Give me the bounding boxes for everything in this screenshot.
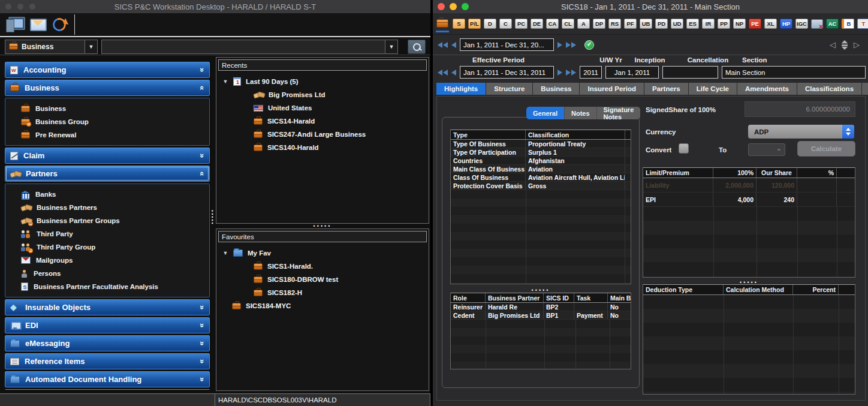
- sidebar-section-partial[interactable]: [5, 389, 210, 390]
- tree-group-last-90-days[interactable]: ▼Last 90 Days (5): [216, 75, 429, 88]
- toolbar-icon-pd[interactable]: PD: [655, 19, 668, 29]
- sort-control[interactable]: [842, 40, 848, 50]
- tree-item[interactable]: SICS1-Harald.: [216, 260, 429, 273]
- table-row[interactable]: CountriesAfghanistan: [451, 157, 631, 165]
- sidebar-section-accounting[interactable]: Accounting: [5, 62, 210, 78]
- close-button[interactable]: [5, 3, 12, 10]
- sidebar-item-banks[interactable]: Banks: [5, 188, 209, 201]
- toolbar-icon-cl[interactable]: CL: [562, 19, 574, 29]
- column-header[interactable]: Business Partner: [486, 293, 544, 302]
- table-row[interactable]: ReinsurerHarald ReBP2No: [451, 303, 631, 311]
- expand-triangle-icon[interactable]: ▼: [222, 250, 228, 256]
- column-header[interactable]: Our Share: [757, 168, 797, 178]
- column-header[interactable]: Type: [451, 130, 526, 139]
- tree-item[interactable]: SICS247-Andi Large Business: [216, 128, 429, 141]
- next-record-button[interactable]: ▷: [854, 40, 860, 49]
- calculate-button[interactable]: Calculate: [797, 141, 855, 157]
- first-effective-button[interactable]: [438, 70, 448, 76]
- chevron-down-icon[interactable]: [200, 152, 204, 160]
- tree-group-my-fav[interactable]: ▼My Fav: [216, 246, 429, 260]
- column-header[interactable]: Limit/Premium: [643, 168, 713, 178]
- toolbar-icon-dp[interactable]: DP: [593, 19, 605, 29]
- sidebar-section-insurable-objects[interactable]: Insurable Objects: [5, 299, 210, 315]
- subtab-notes[interactable]: Notes: [565, 107, 597, 119]
- sidebar-section-automated-document-handling[interactable]: Automated Document Handling: [5, 371, 210, 387]
- column-header[interactable]: Classification: [526, 130, 625, 139]
- inception-field[interactable]: Jan 1, 2011: [605, 66, 659, 79]
- currency-select[interactable]: ADP: [748, 125, 854, 139]
- convert-checkbox[interactable]: [679, 143, 689, 154]
- column-header[interactable]: Task: [574, 293, 608, 302]
- tab-partners[interactable]: Partners: [644, 83, 689, 95]
- expand-triangle-icon[interactable]: ▼: [222, 79, 228, 85]
- column-header[interactable]: %: [797, 168, 837, 178]
- sidebar-item-persons[interactable]: Persons: [5, 267, 209, 280]
- last-effective-button[interactable]: [566, 70, 576, 76]
- previous-record-button[interactable]: ◁: [830, 40, 836, 49]
- period-field[interactable]: Jan 1, 2011 - Dec 31, 20...: [460, 38, 554, 51]
- toolbar-icon-es[interactable]: ES: [686, 19, 699, 29]
- workstation-icon[interactable]: [6, 17, 24, 32]
- previous-effective-button[interactable]: [451, 70, 456, 76]
- tab-statistics[interactable]: Statistics: [862, 83, 868, 95]
- sidebar-section-emessaging[interactable]: eMessaging: [5, 335, 210, 351]
- previous-period-button[interactable]: [451, 42, 456, 48]
- sidebar-item-mailgroups[interactable]: Mailgroups: [5, 254, 209, 267]
- toolbar-icon-a[interactable]: A: [577, 19, 590, 29]
- sidebar-item-business-partners[interactable]: Business Partners: [5, 201, 209, 214]
- chevron-down-icon[interactable]: [200, 375, 204, 383]
- remove-user-icon[interactable]: [811, 19, 823, 29]
- signed-share-field[interactable]: 6.0000000000: [745, 101, 855, 117]
- chevron-down-icon[interactable]: [200, 303, 204, 311]
- search-category-combo[interactable]: Business: [5, 40, 98, 54]
- toolbar-icon-pp[interactable]: PP: [718, 19, 730, 29]
- toolbar-icon-ac[interactable]: AC: [826, 19, 839, 29]
- subtab-general[interactable]: General: [526, 107, 565, 119]
- tab-classifications[interactable]: Classifications: [797, 83, 862, 95]
- chevron-up-icon[interactable]: [200, 170, 204, 178]
- column-header[interactable]: SICS ID: [544, 293, 574, 302]
- to-currency-select[interactable]: [748, 143, 785, 156]
- table-row[interactable]: Class Of BusinessAviation Aircraft Hull,…: [451, 173, 631, 182]
- tree-item[interactable]: SICS182-H: [216, 286, 429, 299]
- chevron-up-icon[interactable]: [200, 84, 204, 92]
- column-header[interactable]: Main Ba: [608, 293, 631, 302]
- toolbar-icon-book-b[interactable]: B: [842, 19, 854, 29]
- chevron-down-icon[interactable]: [200, 66, 204, 74]
- category-dropdown-button[interactable]: [85, 40, 97, 53]
- sidebar-item-business[interactable]: Business: [5, 102, 209, 115]
- sidebar-item-business-partner-groups[interactable]: GBusiness Partner Groups: [5, 214, 209, 227]
- toolbar-icon-c[interactable]: C: [499, 19, 512, 29]
- tree-item[interactable]: SICS140-Harald: [216, 141, 429, 154]
- sidebar-section-business[interactable]: Business: [5, 80, 210, 96]
- tab-insured-period[interactable]: Insured Period: [580, 83, 644, 95]
- workstation-titlebar[interactable]: SICS P&C Workstation Desktop - HARALD / …: [0, 0, 430, 13]
- toolbar-icon-pc[interactable]: PC: [515, 19, 528, 29]
- table-row[interactable]: Type Of BusinessProportional Treaty: [451, 140, 631, 148]
- chevron-down-icon[interactable]: [200, 357, 204, 365]
- tab-structure[interactable]: Structure: [486, 83, 533, 95]
- refresh-icon[interactable]: [50, 16, 68, 33]
- last-period-button[interactable]: [566, 42, 576, 48]
- toolbar-icon-d[interactable]: D: [484, 19, 496, 29]
- table-row[interactable]: CedentBig Promises LtdBP1PaymentNo: [451, 311, 631, 320]
- business-briefcase-icon[interactable]: [436, 19, 448, 28]
- column-header[interactable]: 100%: [713, 168, 757, 178]
- tab-highlights[interactable]: Highlights: [436, 83, 486, 95]
- toolbar-icon-de[interactable]: DE: [531, 19, 543, 29]
- table-row[interactable]: Protection Cover BasisGross: [451, 182, 631, 190]
- chevron-down-icon[interactable]: [200, 339, 204, 347]
- toolbar-icon-s[interactable]: S: [453, 19, 465, 29]
- search-button[interactable]: [408, 40, 426, 54]
- effective-period-field[interactable]: Jan 1, 2011 - Dec 31, 2011: [460, 66, 554, 79]
- toolbar-icon-hp[interactable]: HP: [780, 19, 792, 29]
- toolbar-icon-igc[interactable]: IGC: [795, 19, 808, 29]
- minimize-button[interactable]: [450, 3, 457, 10]
- toolbar-icon-np[interactable]: NP: [733, 19, 746, 29]
- toolbar-icon-ub[interactable]: UB: [640, 19, 652, 29]
- toolbar-icon-pf[interactable]: PF: [624, 19, 637, 29]
- search-query-combo[interactable]: [101, 40, 398, 54]
- select-stepper-icon[interactable]: [842, 125, 854, 139]
- contract-titlebar[interactable]: SICS18 - Jan 1, 2011 - Dec 31, 2011 - Ma…: [433, 0, 868, 13]
- tab-life-cycle[interactable]: Life Cycle: [689, 83, 737, 95]
